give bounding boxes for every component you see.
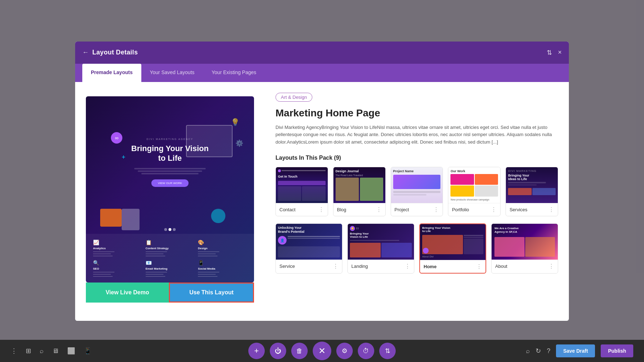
layout-grid-row2: Unlocking YourBrand's Potential 👤 [275,223,558,274]
thumb-project-visual [393,175,441,189]
feature-content-line2 [146,254,164,254]
layout-card-contact[interactable]: Get In Touch Contact ⋮ [275,167,328,216]
card-menu-project[interactable]: ⋮ [433,206,439,213]
layout-card-portfolio[interactable]: Our Work New products showcase campaign [448,167,501,216]
card-menu-services[interactable]: ⋮ [548,206,554,213]
toolbar-refresh-icon[interactable]: ↻ [536,347,541,355]
thumb-service-avatar: 👤 [278,236,287,245]
toolbar-search-right-icon[interactable]: ⌕ [526,347,530,355]
view-live-demo-button[interactable]: View Live Demo [86,283,169,303]
card-name-services: Services [509,207,527,212]
card-menu-contact[interactable]: ⋮ [318,206,324,213]
feature-email-icon: 📧 [146,260,195,266]
layout-card-about[interactable]: We Are a CreativeAgency in SF,CA About ⋮ [491,223,558,274]
layout-details-modal: ← Layout Details ⇅ × Premade Layouts You… [75,42,569,321]
thumb-cell-2 [302,186,325,201]
feature-analytics-line3 [93,256,113,256]
back-arrow-icon[interactable]: ← [82,49,89,56]
card-menu-blog[interactable]: ⋮ [376,206,382,213]
toolbar-search-icon[interactable]: ⌕ [40,347,44,355]
toolbar-trash-button[interactable]: 🗑 [291,343,308,359]
tab-saved-layouts[interactable]: Your Saved Layouts [141,64,203,82]
preview-hero: DIVI MARKETING AGENCY Bringing Your Visi… [86,96,254,234]
thumb-portfolio: Our Work New products showcase campaign [448,167,500,203]
save-draft-button[interactable]: Save Draft [556,344,595,357]
card-footer-portfolio: Portfolio ⋮ [448,203,500,216]
toolbar-mobile-icon[interactable]: 📱 [84,347,92,355]
layout-card-service[interactable]: Unlocking YourBrand's Potential 👤 [275,223,342,274]
thumb-service-line1 [288,236,340,237]
settings-icon[interactable]: ⇅ [547,49,552,57]
preview-features: 📈 Analytics 📋 Content Strategy [86,234,254,283]
thumb-portfolio-text: New products showcase campaign [450,198,498,201]
card-menu-about[interactable]: ⋮ [548,263,554,270]
card-menu-service[interactable]: ⋮ [333,263,338,270]
feature-social-title: Social Media [198,267,247,270]
thumb-portfolio-orange [475,174,498,185]
toolbar-power-button[interactable]: ⏻ [270,343,286,359]
publish-button[interactable]: Publish [601,344,633,357]
thumb-about: We Are a CreativeAgency in SF,CA [492,224,558,260]
thumb-blog-title: Design Journal [336,169,383,173]
feature-social-line1 [198,272,219,272]
preview-dots [164,228,176,231]
feature-analytics: 📈 Analytics [93,240,142,256]
toolbar-history-button[interactable]: ⏱ [358,343,374,359]
layout-card-project[interactable]: Project Name Project ⋮ [391,167,443,216]
thumb-landing-notification: 🔔 11 [350,226,412,231]
thumb-services: DIVI MARKETING Bringing YourIdeas to Lif… [506,167,558,203]
card-footer-project: Project ⋮ [391,203,443,216]
modal-header-left: ← Layout Details [82,49,138,56]
toolbar-desktop-icon[interactable]: 🖥 [52,347,59,355]
bottom-toolbar: ⋮ ⊞ ⌕ 🖥 ⬜ 📱 + ⏻ 🗑 ✕ ⚙ ⏱ ⇅ ⌕ ↻ ? Save Dra… [0,340,644,362]
toolbar-help-icon[interactable]: ? [547,347,550,355]
card-menu-home[interactable]: ⋮ [476,263,482,270]
thumb-line [282,170,326,171]
thumb-blog-images [336,178,383,201]
thumb-landing-headline: Bringing YourVision to Life [350,232,412,239]
toolbar-center: + ⏻ 🗑 ✕ ⚙ ⏱ ⇅ [248,342,396,360]
card-menu-landing[interactable]: ⋮ [405,263,410,270]
use-this-layout-button[interactable]: Use This Layout [169,283,254,303]
thumb-portfolio-title: Our Work [450,169,498,173]
layout-card-services[interactable]: DIVI MARKETING Bringing YourIdeas to Lif… [506,167,558,216]
thumb-service-line2 [288,238,340,239]
toolbar-add-button[interactable]: + [248,343,265,359]
card-menu-portfolio[interactable]: ⋮ [491,206,497,213]
modal-header-icons: ⇅ × [547,49,562,57]
toolbar-sort-button[interactable]: ⇅ [379,343,396,359]
toolbar-left: ⋮ ⊞ ⌕ 🖥 ⬜ 📱 [11,347,92,355]
card-footer-contact: Contact ⋮ [276,203,328,216]
thumb-service-block [278,246,340,257]
thumb-service-content: 👤 [278,236,340,245]
close-icon[interactable]: × [558,49,562,56]
deco-cyan-circle [211,209,225,223]
feature-email-line1 [146,272,167,272]
modal-header: ← Layout Details ⇅ × [75,42,569,64]
tab-premade-layouts[interactable]: Premade Layouts [82,64,141,82]
feature-content-line3 [146,256,165,256]
layout-card-blog[interactable]: Design Journal The Road Less Traveled Bl… [333,167,386,216]
feature-seo-line1 [93,272,114,272]
toolbar-grid-icon[interactable]: ⊞ [26,347,31,355]
feature-email: 📧 Email Marketing [146,260,195,277]
thumb-portfolio-grid [450,174,498,197]
right-panel: Art & Design Marketing Home Page Divi Ma… [265,82,569,321]
card-footer-about: About ⋮ [492,260,558,272]
category-badge: Art & Design [275,93,312,102]
feature-content: 📋 Content Strategy [146,240,195,256]
layout-card-landing[interactable]: 🔔 11 Bringing YourVision to Life [347,223,414,274]
feature-social-line3 [198,276,218,277]
toolbar-close-button[interactable]: ✕ [313,342,331,360]
thumb-home-content [422,235,483,254]
toolbar-settings-button[interactable]: ⚙ [336,343,353,359]
card-footer-home: Home ⋮ [420,260,486,273]
card-name-blog: Blog [337,207,346,212]
thumb-block-1 [278,181,326,185]
toolbar-tablet-icon[interactable]: ⬜ [67,347,75,355]
tab-existing-pages[interactable]: Your Existing Pages [203,64,265,82]
feature-seo-line3 [93,276,113,277]
toolbar-dots-icon[interactable]: ⋮ [11,347,17,355]
preview-cta-button[interactable]: VIEW OUR WORK [151,179,189,187]
layout-card-home[interactable]: Bringing Your Visionto Life [419,223,486,274]
